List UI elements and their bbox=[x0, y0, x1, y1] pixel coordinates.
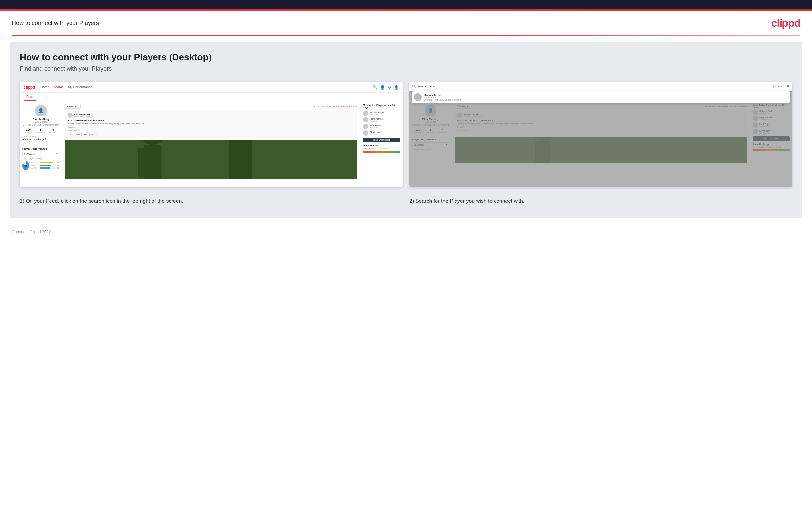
followers-label: Followers bbox=[36, 131, 45, 133]
tag-arg: ARG bbox=[83, 133, 90, 136]
app-nav-icons: 🔍 👤 ⚙ 👤 bbox=[373, 85, 399, 90]
search-clear-btn[interactable]: CLEAR bbox=[773, 85, 784, 88]
search-result-handicap: 1.5 Handicap bbox=[424, 96, 461, 99]
player-name-1: Piers Parnell bbox=[370, 118, 383, 120]
app-nav-1: clippd Home Teams My Performance 🔍 👤 ⚙ 👤 bbox=[20, 82, 403, 92]
player-item-1: Piers Parnell Activities: 4 bbox=[363, 117, 400, 122]
activity-title: Pre Tournament Course Walk bbox=[67, 119, 355, 122]
app-logo: clippd bbox=[23, 85, 35, 90]
app-nav-items: Home Teams My Performance bbox=[40, 85, 92, 89]
tag-ott: OTT bbox=[67, 133, 74, 136]
most-active-header: Most Active Players - Last 30 days bbox=[363, 104, 400, 109]
svg-rect-3 bbox=[138, 148, 150, 177]
screenshots-row: clippd Home Teams My Performance 🔍 👤 ⚙ 👤… bbox=[20, 82, 792, 187]
tags-row: OTT APP ARG PUTT bbox=[67, 133, 355, 136]
player-acts-3: Activities: 1 bbox=[370, 133, 380, 135]
search-icon[interactable]: 🔍 bbox=[373, 85, 378, 90]
search-input[interactable]: Marcus Turner bbox=[418, 85, 771, 88]
search-result-item[interactable]: Marcus Turner 1.5 Handicap Cypress Point… bbox=[414, 93, 788, 101]
player-acts-0: Activities: 7 bbox=[370, 114, 384, 116]
activity-avatar bbox=[67, 113, 73, 118]
activity-user: Richard Butler Yesterday · The Grove bbox=[67, 113, 355, 118]
screenshot-panel-2: clippd Home Teams My Performance 🔍 👤 ⚙ 👤… bbox=[409, 82, 792, 187]
heatmap-sub: Player Quality · 20 Round Trend bbox=[363, 147, 400, 149]
header-divider bbox=[12, 35, 800, 36]
profile-name: Blair McHarg bbox=[22, 118, 59, 121]
caption-1: 1) On your Feed, click on the search ico… bbox=[20, 198, 403, 205]
activities-label: Activities bbox=[24, 131, 32, 133]
quality-bars: OTT 79 APP 70 ARG bbox=[32, 162, 59, 170]
page-title: How to connect with your Players bbox=[12, 20, 99, 27]
footer: Copyright Clippd 2022 bbox=[0, 224, 812, 240]
search-result-avatar bbox=[414, 93, 422, 101]
screenshot-panel-1: clippd Home Teams My Performance 🔍 👤 ⚙ 👤… bbox=[20, 82, 403, 187]
page-header: How to connect with your Players clippd bbox=[0, 11, 812, 35]
stat-activities: 129 Activities bbox=[24, 128, 32, 133]
chevron-down-icon: ▾ bbox=[78, 105, 79, 108]
quality-score: 84 bbox=[22, 161, 29, 170]
scale-max: +5 bbox=[398, 153, 400, 155]
activity-sub: Yesterday · The Grove bbox=[74, 116, 94, 118]
golf-placeholder bbox=[65, 140, 357, 179]
nav-teams[interactable]: Teams bbox=[54, 85, 63, 89]
player-item-2: Hiral Pujara Activities: 3 bbox=[363, 124, 400, 129]
player-avatar-2 bbox=[363, 124, 368, 129]
app-frame-1: clippd Home Teams My Performance 🔍 👤 ⚙ 👤… bbox=[20, 82, 403, 187]
scale-min: -5 bbox=[363, 153, 364, 155]
activity-username: Richard Butler bbox=[74, 113, 94, 116]
player-item-3: Eli Vincent Activities: 1 bbox=[363, 130, 400, 135]
player-avatar-3 bbox=[363, 130, 368, 135]
chevron-down-icon: ▾ bbox=[56, 153, 58, 155]
tag-app: APP bbox=[75, 133, 82, 136]
avatar-icon[interactable]: 👤 bbox=[394, 85, 399, 90]
search-close-btn[interactable]: ✕ bbox=[786, 84, 790, 89]
main-content: How to connect with your Players (Deskto… bbox=[10, 42, 802, 218]
search-result-club: Cypress Point Club, United Kingdom bbox=[424, 99, 461, 101]
logo: clippd bbox=[771, 17, 800, 29]
search-bar-overlay: 🔍 Marcus Turner CLEAR ✕ bbox=[409, 82, 792, 91]
svg-rect-0 bbox=[65, 140, 357, 179]
player-avatar-1 bbox=[363, 117, 368, 122]
following-btn[interactable]: Following ▾ bbox=[65, 104, 81, 109]
feed-tab[interactable]: Feed bbox=[23, 94, 36, 101]
copyright: Copyright Clippd 2022 bbox=[12, 230, 51, 234]
player-name-0: Richard Butler bbox=[370, 111, 384, 114]
heatmap-label: Team Heatmap bbox=[363, 144, 400, 147]
profile-icon[interactable]: 👤 bbox=[380, 85, 385, 90]
hero-subtitle: Find and connect with your Players bbox=[20, 65, 792, 72]
stat-following: 4 Following bbox=[49, 128, 57, 133]
top-bar bbox=[0, 0, 812, 9]
app-body-1: 👤 Blair McHarg Golf Coach Mill Ride Golf… bbox=[20, 102, 403, 187]
player-avatar-0 bbox=[363, 111, 368, 116]
activity-meta: Duration bbox=[67, 126, 355, 128]
settings-icon[interactable]: ⚙ bbox=[388, 85, 391, 90]
player-name-3: Eli Vincent bbox=[370, 131, 380, 133]
nav-home[interactable]: Home bbox=[40, 85, 49, 89]
hero-title: How to connect with your Players (Deskto… bbox=[20, 52, 792, 63]
nav-my-performance[interactable]: My Performance bbox=[68, 85, 92, 89]
player-select[interactable]: Eli Vincent ▾ bbox=[22, 152, 59, 156]
player-acts-2: Activities: 3 bbox=[370, 127, 382, 129]
player-name-2: Hiral Pujara bbox=[370, 124, 382, 127]
search-result-name: Marcus Turner bbox=[424, 93, 461, 96]
stats-row: 129 Activities 3 Followers 4 Following bbox=[22, 128, 59, 133]
profile-pic: 👤 bbox=[35, 105, 47, 117]
golf-image bbox=[65, 140, 357, 179]
control-link[interactable]: Control who can see your activity and da… bbox=[314, 105, 357, 108]
latest-label: Latest Activity bbox=[22, 135, 59, 137]
tag-putt: PUTT bbox=[91, 133, 98, 136]
following-label: Following bbox=[49, 131, 57, 133]
team-dashboard-btn[interactable]: Team Dashboard bbox=[363, 137, 400, 142]
search-result-dropdown: Marcus Turner 1.5 Handicap Cypress Point… bbox=[412, 91, 790, 103]
caption-panel-2: 2) Search for the Player you wish to con… bbox=[409, 198, 792, 205]
svg-rect-5 bbox=[229, 140, 252, 179]
app-frame-2: clippd Home Teams My Performance 🔍 👤 ⚙ 👤… bbox=[409, 82, 792, 187]
app-feed-1: Following ▾ Control who can see your act… bbox=[62, 102, 360, 187]
activity-card: Richard Butler Yesterday · The Grove Pre… bbox=[65, 111, 357, 138]
player-item-0: Richard Butler Activities: 7 bbox=[363, 111, 400, 116]
player-performance-header: Player Performance bbox=[22, 145, 59, 150]
caption-panel-1: 1) On your Feed, click on the search ico… bbox=[20, 198, 403, 205]
caption-2: 2) Search for the Player you wish to con… bbox=[409, 198, 792, 205]
caption-row: 1) On your Feed, click on the search ico… bbox=[20, 195, 792, 205]
activity-duration: 02 hr : 00 min bbox=[67, 129, 355, 131]
